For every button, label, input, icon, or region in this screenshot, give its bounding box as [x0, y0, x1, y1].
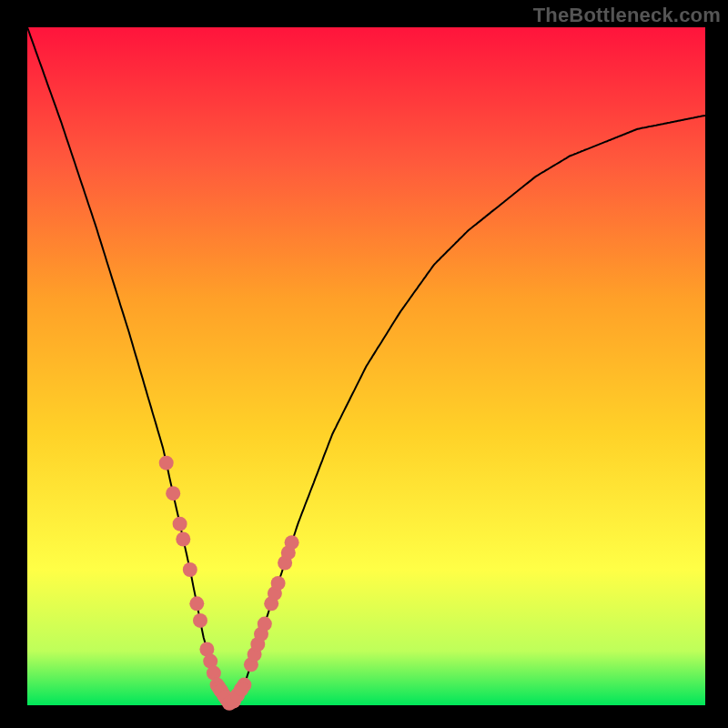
chart-stage: TheBottleneck.com	[0, 0, 728, 728]
bottleneck-curve	[27, 27, 705, 705]
left-branch-dots	[173, 517, 187, 531]
valley-dots	[234, 682, 248, 696]
right-branch-dots	[285, 535, 299, 550]
watermark-text: TheBottleneck.com	[533, 4, 721, 27]
curve-layer	[27, 27, 705, 705]
left-branch-dots	[189, 596, 204, 611]
marker-dots	[159, 456, 299, 711]
left-branch-dots	[176, 532, 190, 547]
right-branch-dots	[258, 617, 272, 632]
left-branch-dots	[166, 486, 180, 500]
left-branch-dots	[193, 613, 207, 628]
right-branch-dots	[271, 576, 286, 591]
plot-area	[27, 27, 705, 705]
left-branch-dots	[183, 562, 197, 577]
left-branch-dots	[159, 456, 174, 470]
